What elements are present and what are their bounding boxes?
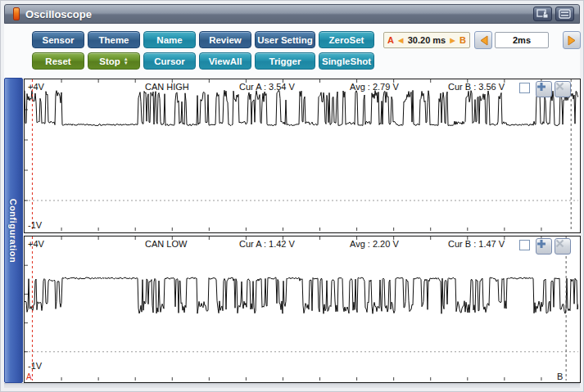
cursor-a-marker[interactable]: A [26, 372, 32, 381]
channel-2-waveform[interactable] [25, 237, 578, 381]
layout-icon [536, 9, 549, 19]
plus-icon [536, 82, 546, 92]
ch2-close-button[interactable] [555, 238, 571, 255]
close-icon [555, 82, 564, 91]
cursor-a-label: A [387, 35, 394, 45]
plus-icon [536, 239, 546, 249]
ch2-name-label: CAN LOW [145, 239, 187, 249]
title-bar: Oscilloscope [4, 4, 580, 24]
cursor-ab-value: 30.20 ms [408, 35, 446, 45]
ch2-avg-value: Avg : 2.20 V [350, 239, 399, 249]
ch2-checkbox[interactable] [519, 240, 530, 250]
channel-2-panel: +4V CAN LOW Cur A : 1.42 V Avg : 2.20 V … [24, 236, 581, 383]
right-arrow-icon [568, 35, 577, 46]
ch2-cur-b-value: Cur B : 1.47 V [448, 239, 505, 249]
ch2-vmin-label: -1V [28, 361, 42, 371]
reset-button[interactable]: Reset [32, 52, 84, 70]
window-controls [533, 7, 574, 21]
cursor-b-marker[interactable]: B [557, 372, 563, 381]
ch1-add-button[interactable] [536, 81, 552, 97]
ch2-vmax-label: +4V [28, 239, 44, 249]
channel-1-panel: +4V CAN HIGH Cur A : 3.54 V Avg : 2.79 V… [24, 79, 581, 233]
ch2-cur-a-value: Cur A : 1.42 V [239, 239, 295, 249]
sensor-button[interactable]: Sensor [32, 31, 84, 48]
ch1-vmax-label: +4V [28, 82, 44, 92]
ch2-add-button[interactable] [536, 238, 552, 255]
channel-1-waveform[interactable] [25, 79, 578, 231]
close-icon [555, 239, 564, 248]
ch1-name-label: CAN HIGH [145, 82, 189, 92]
left-triangle-icon: ◀ [398, 37, 403, 44]
stop-button[interactable]: Stop ▲▼ [88, 52, 140, 70]
review-button[interactable]: Review [199, 31, 251, 48]
theme-button[interactable]: Theme [88, 31, 140, 48]
ch1-vmin-label: -1V [28, 220, 42, 230]
zeroset-button[interactable]: ZeroSet [319, 31, 374, 48]
ch1-close-button[interactable] [555, 81, 571, 97]
minimize-lines-icon [559, 9, 571, 19]
window-title: Oscilloscope [25, 8, 92, 20]
right-triangle-icon: ▶ [450, 37, 455, 44]
timebase-decrease-button[interactable] [474, 31, 492, 49]
viewall-button[interactable]: ViewAll [199, 52, 251, 70]
cursor-button[interactable]: Cursor [143, 52, 196, 70]
configuration-tab-label: Configuration [9, 198, 19, 263]
trigger-button[interactable]: Trigger [255, 52, 315, 70]
name-button[interactable]: Name [143, 31, 196, 48]
ch1-avg-value: Avg : 2.79 V [350, 82, 399, 92]
window-bottom-frame [4, 383, 580, 388]
left-arrow-icon [479, 35, 488, 46]
cursor-ab-readout: A ◀ 30.20 ms ▶ B [383, 32, 470, 48]
ch1-cur-a-value: Cur A : 3.54 V [239, 82, 295, 92]
ch1-cur-b-value: Cur B : 3.56 V [448, 82, 505, 92]
timebase-increase-button[interactable] [563, 31, 581, 49]
oscilloscope-window: Oscilloscope Sensor Theme Name Rev [0, 0, 584, 392]
singleshot-button[interactable]: SingleShot [319, 52, 374, 70]
cursor-b-label: B [460, 35, 466, 45]
toolbar: Sensor Theme Name Review User Setting Ze… [4, 24, 580, 78]
configuration-tab[interactable]: Configuration [4, 78, 23, 383]
app-icon [13, 7, 20, 20]
window-minimize-button[interactable] [555, 7, 574, 21]
user-setting-button[interactable]: User Setting [255, 31, 315, 48]
window-layout-button[interactable] [533, 7, 552, 21]
ch1-checkbox[interactable] [519, 83, 530, 93]
timebase-value[interactable]: 2ms [495, 32, 549, 48]
stop-spinner-icon: ▲▼ [124, 57, 129, 65]
